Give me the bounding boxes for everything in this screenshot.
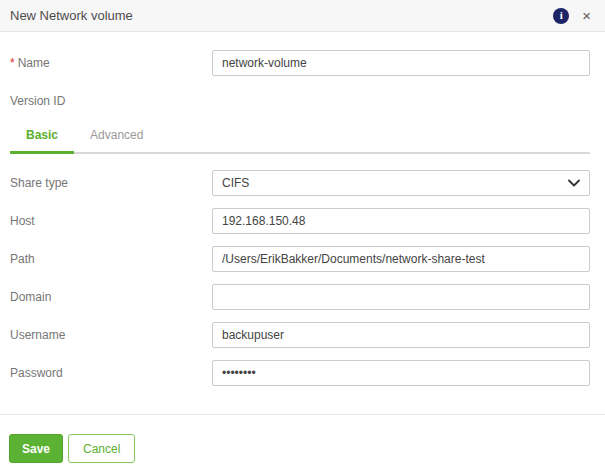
password-label: Password	[10, 366, 212, 380]
password-control	[212, 360, 590, 386]
form-row-host: Host	[10, 208, 590, 234]
share-type-control: CIFS	[212, 170, 590, 196]
info-icon[interactable]: i	[553, 8, 569, 24]
username-control	[212, 322, 590, 348]
close-icon[interactable]: ×	[582, 8, 591, 23]
username-label: Username	[10, 328, 212, 342]
name-input[interactable]	[212, 50, 590, 76]
tab-advanced[interactable]: Advanced	[74, 126, 159, 154]
dialog-title: New Network volume	[10, 8, 133, 23]
share-type-selected-value: CIFS	[222, 176, 568, 190]
chevron-down-icon	[568, 179, 580, 187]
form-row-version-id: Version ID	[10, 88, 590, 114]
name-label: *Name	[10, 56, 212, 70]
form-row-username: Username	[10, 322, 590, 348]
cancel-button[interactable]: Cancel	[68, 434, 135, 463]
dialog-body: *Name Version ID Basic Advanced Share ty…	[0, 32, 605, 386]
form-row-password: Password	[10, 360, 590, 386]
tab-basic[interactable]: Basic	[10, 126, 74, 154]
domain-label: Domain	[10, 290, 212, 304]
path-input[interactable]	[212, 246, 590, 272]
username-input[interactable]	[212, 322, 590, 348]
dialog-footer: Save Cancel	[0, 415, 605, 463]
host-control	[212, 208, 590, 234]
version-id-label: Version ID	[10, 94, 212, 108]
tab-strip: Basic Advanced	[10, 126, 590, 154]
form-row-domain: Domain	[10, 284, 590, 310]
save-button[interactable]: Save	[9, 434, 63, 463]
domain-input[interactable]	[212, 284, 590, 310]
form-row-name: *Name	[10, 50, 590, 76]
domain-control	[212, 284, 590, 310]
name-label-text: Name	[18, 56, 50, 70]
form-row-path: Path	[10, 246, 590, 272]
host-label: Host	[10, 214, 212, 228]
header-actions: i ×	[553, 8, 591, 24]
path-control	[212, 246, 590, 272]
share-type-select[interactable]: CIFS	[212, 170, 590, 196]
new-network-volume-dialog: New Network volume i × *Name Version ID …	[0, 0, 605, 465]
host-input[interactable]	[212, 208, 590, 234]
password-input[interactable]	[212, 360, 590, 386]
path-label: Path	[10, 252, 212, 266]
dialog-header: New Network volume i ×	[0, 0, 605, 32]
required-asterisk: *	[10, 56, 15, 70]
form-row-share-type: Share type CIFS	[10, 170, 590, 196]
name-control	[212, 50, 590, 76]
share-type-label: Share type	[10, 176, 212, 190]
